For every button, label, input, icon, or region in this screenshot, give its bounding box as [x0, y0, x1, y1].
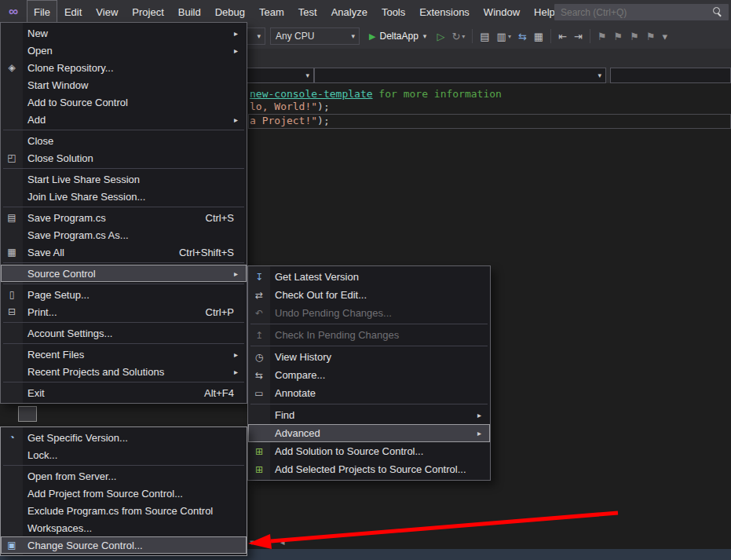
toolbar-document-dropdown-icon[interactable]: ▥▾ [497, 31, 511, 42]
close-solution-icon: ◰ [1, 152, 23, 163]
menubar-item-analyze[interactable]: Analyze [324, 0, 375, 24]
toolbar-overflow-icon[interactable]: ▾ [663, 31, 668, 42]
previous-bookmark-icon[interactable]: ⚑ [614, 31, 623, 42]
menu-item-recent-projects-and-solutions[interactable]: Recent Projects and Solutions▸ [1, 363, 247, 380]
menu-item-add[interactable]: Add▸ [1, 111, 247, 128]
menu-item-page-setup[interactable]: ▯Page Setup... [1, 286, 247, 303]
menu-item-workspaces[interactable]: Workspaces... [1, 519, 247, 536]
start-debugging-button[interactable]: ▶ DeltaApp ▾ [367, 31, 429, 42]
horizontal-scrollbar[interactable]: ▾ ◂ [247, 536, 731, 549]
menubar-item-edit[interactable]: Edit [57, 0, 89, 24]
menu-item-add-project-from-source-control[interactable]: Add Project from Source Control... [1, 485, 247, 502]
member-dropdown[interactable] [610, 68, 731, 83]
menubar-item-build[interactable]: Build [171, 0, 208, 24]
start-without-debugging-icon[interactable]: ▷ [437, 31, 444, 42]
search-icon[interactable] [713, 7, 723, 17]
menu-item-get-latest-version[interactable]: ↧Get Latest Version [248, 268, 490, 286]
splitter-dropdown-icon[interactable]: ▾ [250, 537, 254, 547]
next-bookmark-icon[interactable]: ⚑ [630, 31, 639, 42]
get-latest-version-icon: ↧ [248, 272, 270, 283]
undo-pending-changes-icon: ↶ [248, 308, 270, 319]
menu-item-label: Add Solution to Source Control... [270, 445, 477, 457]
menu-item-check-out-for-edit[interactable]: ⇄Check Out for Edit... [248, 286, 490, 304]
toolbar-document-icon[interactable]: ▤ [480, 31, 489, 42]
source-control-submenu: ↧Get Latest Version⇄Check Out for Edit..… [247, 265, 491, 481]
menu-item-shortcut: Ctrl+S [187, 212, 234, 224]
menu-item-label: Lock... [23, 449, 234, 461]
menu-item-view-history[interactable]: ◷View History [248, 348, 490, 366]
menu-item-annotate[interactable]: ▭Annotate [248, 384, 490, 402]
get-specific-version-icon: ◔ [1, 432, 23, 443]
menubar-item-team[interactable]: Team [252, 0, 291, 24]
chevron-down-icon: ▾ [302, 71, 313, 79]
menu-item-clone-repository[interactable]: ◈Clone Repository... [1, 59, 247, 76]
toolbar-grid-icon[interactable]: ▦ [534, 31, 543, 42]
menu-item-exclude-program-cs-from-source-control[interactable]: Exclude Program.cs from Source Control [1, 502, 247, 519]
scroll-left-arrow-icon[interactable]: ◂ [280, 537, 285, 547]
menu-item-new[interactable]: New▸ [1, 24, 247, 42]
clear-bookmarks-icon[interactable]: ⚑ [646, 31, 656, 42]
menu-item-source-control[interactable]: Source Control▸ [1, 265, 247, 282]
change-source-control-icon: ▣ [1, 540, 23, 551]
toolbar-sync-icon[interactable]: ⇆ [518, 31, 527, 42]
menu-item-find[interactable]: Find▸ [248, 406, 490, 424]
menubar-item-view[interactable]: View [89, 0, 125, 24]
menu-item-add-to-source-control[interactable]: Add to Source Control [1, 93, 247, 111]
menubar-item-tools[interactable]: Tools [375, 0, 412, 24]
start-target-label: DeltaApp [379, 31, 418, 42]
hot-reload-icon[interactable]: ↻▾ [451, 31, 465, 42]
indent-increase-icon[interactable]: ⇥ [574, 31, 583, 42]
code-line: new-console-template for more informatio… [250, 88, 502, 101]
menu-item-save-program-cs-as[interactable]: Save Program.cs As... [1, 226, 247, 243]
menu-item-close-solution[interactable]: ◰Close Solution [1, 149, 247, 167]
menu-item-print[interactable]: ⊟Print...Ctrl+P [1, 303, 247, 320]
menu-item-label: Join Live Share Session... [23, 191, 234, 203]
menu-item-label: Check Out for Edit... [270, 289, 477, 301]
search-box[interactable] [554, 4, 729, 20]
menu-separator [3, 168, 244, 169]
menu-item-compare[interactable]: ⇆Compare... [248, 366, 490, 384]
menu-item-label: Recent Files [23, 349, 234, 361]
menubar-item-extensions[interactable]: Extensions [412, 0, 477, 24]
code-token: ); [317, 101, 330, 112]
search-input[interactable] [554, 7, 713, 18]
play-icon: ▶ [369, 31, 375, 42]
print-icon: ⊟ [1, 306, 23, 317]
menubar-item-debug[interactable]: Debug [208, 0, 252, 24]
menu-item-lock[interactable]: Lock... [1, 446, 247, 463]
menubar-item-window[interactable]: Window [477, 0, 527, 24]
menu-item-start-window[interactable]: Start Window [1, 76, 247, 93]
menu-item-open[interactable]: Open▸ [1, 42, 247, 59]
code-token: for more information [373, 88, 502, 100]
submenu-arrow-icon: ▸ [477, 411, 490, 419]
code-token: ); [317, 115, 330, 126]
indent-decrease-icon[interactable]: ⇤ [558, 31, 567, 42]
solution-platform-selector[interactable]: Any CPU ▾ [270, 27, 360, 45]
menubar-item-test[interactable]: Test [291, 0, 324, 24]
menu-item-check-in-pending-changes: ↥Check In Pending Changes [248, 326, 490, 344]
menu-item-label: Add [23, 114, 234, 126]
code-link[interactable]: new-console-template [250, 88, 373, 100]
menu-item-recent-files[interactable]: Recent Files▸ [1, 346, 247, 363]
menu-item-open-from-server[interactable]: Open from Server... [1, 467, 247, 485]
menu-item-save-program-cs[interactable]: ▤Save Program.csCtrl+S [1, 209, 247, 226]
menubar-item-project[interactable]: Project [125, 0, 170, 24]
compare-icon: ⇆ [248, 370, 270, 381]
menu-item-shortcut: Ctrl+Shift+S [160, 247, 234, 258]
menu-item-advanced[interactable]: Advanced▸ [248, 424, 490, 442]
menubar-item-file[interactable]: File [27, 0, 57, 24]
type-dropdown[interactable]: ▾ [314, 68, 606, 83]
menu-item-save-all[interactable]: ▦Save AllCtrl+Shift+S [1, 243, 247, 261]
menu-separator [3, 207, 244, 207]
menu-item-account-settings[interactable]: Account Settings... [1, 324, 247, 342]
menu-item-get-specific-version[interactable]: ◔Get Specific Version... [1, 429, 247, 446]
advanced-submenu: ◔Get Specific Version...Lock...Open from… [0, 426, 247, 556]
toggle-bookmark-icon[interactable]: ⚑ [598, 31, 607, 42]
menu-item-close[interactable]: Close [1, 132, 247, 149]
menu-item-start-live-share-session[interactable]: Start Live Share Session [1, 170, 247, 188]
menu-item-add-selected-projects-to-source-control[interactable]: ⊞Add Selected Projects to Source Control… [248, 460, 490, 478]
menu-item-join-live-share-session[interactable]: Join Live Share Session... [1, 188, 247, 205]
menu-item-exit[interactable]: ExitAlt+F4 [1, 384, 247, 401]
menu-item-change-source-control[interactable]: ▣Change Source Control... [1, 536, 247, 554]
menu-item-add-solution-to-source-control[interactable]: ⊞Add Solution to Source Control... [248, 442, 490, 460]
